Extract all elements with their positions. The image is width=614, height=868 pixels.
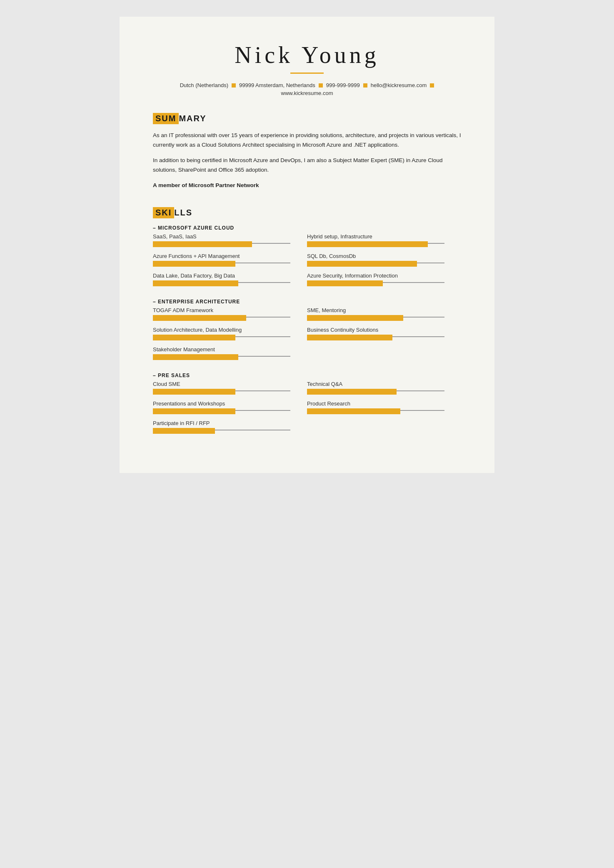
skill-item: Stakeholder Management: [153, 346, 307, 364]
skill-bar: [153, 408, 290, 414]
skill-item: TOGAF ADM Framework: [153, 307, 307, 325]
skill-bar-fill: [307, 315, 403, 321]
skill-label: Azure Functions + API Management: [153, 253, 290, 259]
skill-bar-fill: [307, 408, 400, 414]
summary-section: SUMMARY As an IT professional with over …: [153, 113, 461, 190]
skill-label: SME, Mentoring: [307, 307, 444, 313]
skills-section: SKILLS – MICROSOFT AZURE CLOUD SaaS, Paa…: [153, 207, 461, 440]
skill-bar-fill: [153, 408, 235, 414]
skill-item: Participate in RFI / RFP: [153, 420, 307, 438]
skill-item: Hybrid setup, Infrastructure: [307, 233, 461, 251]
skill-bar: [153, 335, 290, 340]
summary-title-highlight: SUM: [153, 113, 179, 124]
skill-label: Hybrid setup, Infrastructure: [307, 233, 444, 240]
skill-item: SME, Mentoring: [307, 307, 461, 325]
summary-paragraph-2: In addition to being certified in Micros…: [153, 156, 461, 175]
skill-bar-fill: [307, 389, 397, 395]
skill-item: Azure Security, Information Protection: [307, 273, 461, 290]
candidate-name: Nick Young: [153, 42, 461, 68]
skill-item: Cloud SME: [153, 381, 307, 399]
skill-bar: [153, 241, 290, 247]
skill-bar: [307, 241, 444, 247]
skill-label: Stakeholder Management: [153, 346, 290, 353]
skill-label: Solution Architecture, Data Modelling: [153, 327, 290, 333]
separator-icon: [319, 83, 323, 88]
skill-bar-fill: [153, 335, 235, 340]
skill-label: Participate in RFI / RFP: [153, 420, 290, 426]
skill-bar-fill: [153, 261, 235, 267]
contact-email: hello@kickresume.com: [371, 82, 427, 88]
skill-item: Business Continuity Solutions: [307, 327, 461, 345]
skill-label: Technical Q&A: [307, 381, 444, 387]
skill-label: Product Research: [307, 400, 444, 407]
skills-category-enterprise: – ENTERPRISE ARCHITECTURE TOGAF ADM Fram…: [153, 299, 461, 366]
skills-category-azure: – MICROSOFT AZURE CLOUD SaaS, PaaS, IaaS…: [153, 225, 461, 292]
skill-label: SQL Db, CosmosDb: [307, 253, 444, 259]
skill-item: Presentations and Workshops: [153, 400, 307, 418]
separator-icon: [232, 83, 236, 88]
skill-bar-fill: [153, 315, 246, 321]
skill-item: SQL Db, CosmosDb: [307, 253, 461, 271]
skill-bar: [307, 261, 444, 267]
contact-phone: 999-999-9999: [326, 82, 360, 88]
skill-label: TOGAF ADM Framework: [153, 307, 290, 313]
skill-bar: [307, 408, 444, 414]
skill-bar-fill: [307, 261, 417, 267]
skill-bar: [153, 315, 290, 321]
contact-info-row: Dutch (Netherlands) 99999 Amsterdam, Net…: [153, 82, 461, 88]
skill-bar: [153, 280, 290, 286]
category-header-azure: – MICROSOFT AZURE CLOUD: [153, 225, 461, 231]
skill-bar-fill: [153, 354, 238, 360]
skill-label: Business Continuity Solutions: [307, 327, 444, 333]
skills-title-highlight: SKI: [153, 207, 174, 218]
skill-label: SaaS, PaaS, IaaS: [153, 233, 290, 240]
summary-paragraph-3: A member of Microsoft Partner Network: [153, 181, 461, 190]
skill-item: SaaS, PaaS, IaaS: [153, 233, 307, 251]
skill-bar-fill: [153, 389, 235, 395]
skill-bar-fill: [307, 280, 383, 286]
skill-bar: [307, 335, 444, 340]
header-section: Nick Young Dutch (Netherlands) 99999 Ams…: [153, 42, 461, 96]
skill-bar-fill: [307, 241, 428, 247]
skill-bar: [153, 389, 290, 395]
resume-document: Nick Young Dutch (Netherlands) 99999 Ams…: [120, 17, 494, 473]
skill-item: Technical Q&A: [307, 381, 461, 399]
skill-item-empty: [307, 346, 461, 364]
skill-bar-fill: [153, 428, 215, 434]
category-header-presales: – PRE SALES: [153, 373, 461, 378]
contact-website: www.kickresume.com: [153, 90, 461, 96]
skill-label: Cloud SME: [153, 381, 290, 387]
skills-category-presales: – PRE SALES Cloud SME Technical Q&A: [153, 373, 461, 440]
skills-title-rest: LLS: [174, 208, 192, 218]
skill-item: Azure Functions + API Management: [153, 253, 307, 271]
separator-icon: [363, 83, 367, 88]
skill-item-empty: [307, 420, 461, 438]
separator-icon: [430, 83, 434, 88]
contact-language: Dutch (Netherlands): [180, 82, 228, 88]
skills-title: SKILLS: [153, 207, 461, 218]
name-underline: [290, 73, 324, 74]
skill-bar: [153, 261, 290, 267]
skill-bar-fill: [153, 241, 252, 247]
skill-bar-fill: [307, 335, 392, 340]
summary-title-rest: MARY: [179, 114, 206, 123]
contact-address: 99999 Amsterdam, Netherlands: [239, 82, 315, 88]
skill-bar: [153, 428, 290, 434]
skill-bar: [307, 389, 444, 395]
category-header-enterprise: – ENTERPRISE ARCHITECTURE: [153, 299, 461, 305]
summary-title: SUMMARY: [153, 113, 461, 124]
skill-label: Azure Security, Information Protection: [307, 273, 444, 279]
skill-bar-fill: [153, 280, 238, 286]
skill-bar: [307, 315, 444, 321]
skill-item: Product Research: [307, 400, 461, 418]
skill-bar: [153, 354, 290, 360]
skill-bar: [307, 280, 444, 286]
skill-item: Solution Architecture, Data Modelling: [153, 327, 307, 345]
skill-label: Presentations and Workshops: [153, 400, 290, 407]
summary-paragraph-1: As an IT professional with over 15 years…: [153, 131, 461, 150]
skill-item: Data Lake, Data Factory, Big Data: [153, 273, 307, 290]
skill-label: Data Lake, Data Factory, Big Data: [153, 273, 290, 279]
